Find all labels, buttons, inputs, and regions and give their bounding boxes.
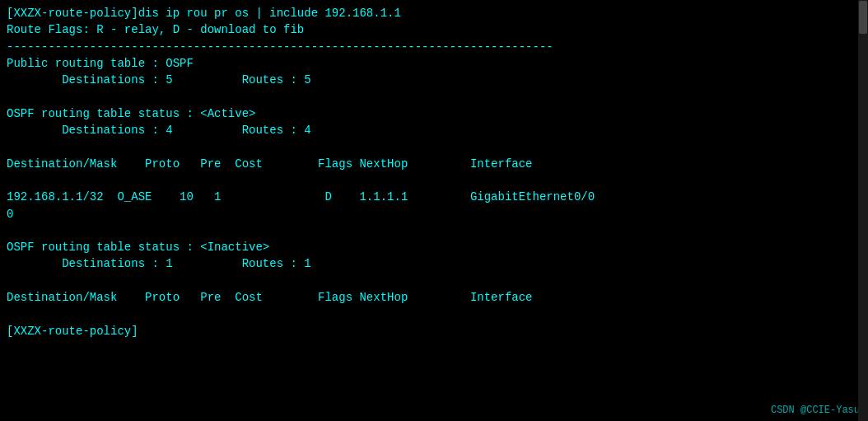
terminal-line	[7, 222, 861, 239]
terminal-line: Destinations : 4 Routes : 4	[7, 122, 861, 138]
terminal-window: [XXZX-route-policy]dis ip rou pr os | in…	[0, 0, 868, 421]
terminal-line	[7, 88, 861, 105]
terminal-output: [XXZX-route-policy]dis ip rou pr os | in…	[7, 5, 861, 339]
terminal-line: 0	[7, 206, 861, 222]
terminal-line: 192.168.1.1/32 O_ASE 10 1 D 1.1.1.1 Giga…	[7, 189, 861, 205]
scrollbar-thumb[interactable]	[859, 1, 867, 34]
terminal-line	[7, 172, 861, 189]
terminal-line: [XXZX-route-policy]dis ip rou pr os | in…	[7, 5, 861, 21]
terminal-line: Route Flags: R - relay, D - download to …	[7, 21, 861, 38]
terminal-line: ----------------------------------------…	[7, 39, 861, 55]
terminal-line: OSPF routing table status : <Inactive>	[7, 239, 861, 255]
watermark: CSDN @CCIE-Yasu	[771, 405, 860, 416]
terminal-line	[7, 306, 861, 322]
terminal-line: [XXZX-route-policy]	[7, 323, 861, 339]
terminal-line: Public routing table : OSPF	[7, 55, 861, 72]
terminal-line: Destination/Mask Proto Pre Cost Flags Ne…	[7, 289, 861, 306]
terminal-line: Destinations : 5 Routes : 5	[7, 72, 861, 88]
terminal-line: Destinations : 1 Routes : 1	[7, 255, 861, 272]
terminal-line: Destination/Mask Proto Pre Cost Flags Ne…	[7, 156, 861, 172]
terminal-line: OSPF routing table status : <Active>	[7, 105, 861, 122]
terminal-line	[7, 273, 861, 289]
scrollbar[interactable]	[858, 0, 868, 421]
terminal-line	[7, 138, 861, 155]
